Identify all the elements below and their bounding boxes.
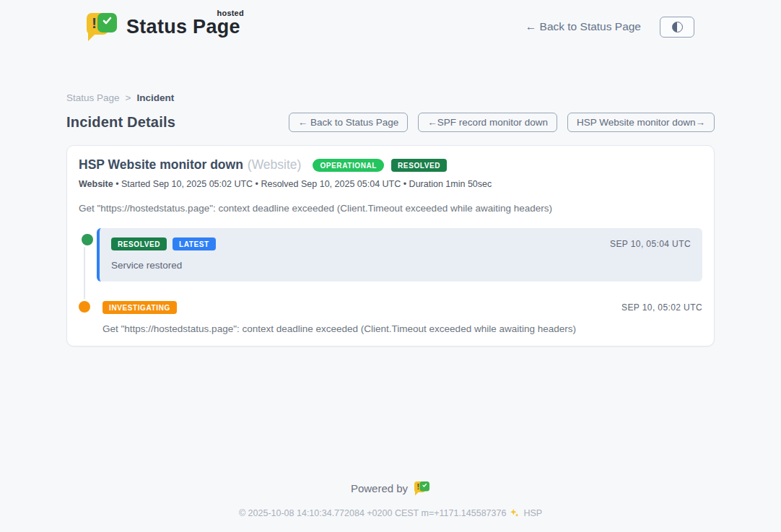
breadcrumb-incident: Incident bbox=[136, 92, 174, 103]
prev-incident-button[interactable]: ←SPF record monitor down bbox=[418, 113, 557, 132]
brand-superscript: hosted bbox=[217, 9, 244, 17]
timeline-dot-investigating bbox=[79, 301, 90, 313]
resolved-badge: RESOLVED bbox=[391, 159, 447, 172]
breadcrumb: Status Page > Incident bbox=[66, 92, 715, 103]
title-row: Incident Details ← Back to Status Page ←… bbox=[66, 113, 715, 132]
timeline-timestamp: SEP 10, 05:02 UTC bbox=[621, 302, 702, 313]
next-incident-button[interactable]: HSP Website monitor down→ bbox=[567, 113, 715, 132]
exclamation-glyph: ! bbox=[92, 14, 97, 32]
incident-service: Website bbox=[79, 179, 113, 189]
timeline-entry-head: INVESTIGATING SEP 10, 05:02 UTC bbox=[102, 301, 702, 314]
check-icon bbox=[102, 16, 113, 26]
header: ! Status Page hosted ← Back to Status Pa… bbox=[0, 0, 781, 42]
copyright-text: © 2025-10-08 14:10:34.772084 +0200 CEST … bbox=[239, 508, 507, 518]
breadcrumb-status-page[interactable]: Status Page bbox=[66, 92, 120, 103]
timeline-message: Service restored bbox=[111, 260, 691, 271]
incident-title-row: HSP Website monitor down (Website) OPERA… bbox=[79, 157, 702, 173]
timeline-dot-resolved bbox=[82, 234, 93, 245]
incident-meta-details: • Started Sep 10, 2025 05:02 UTC • Resol… bbox=[113, 179, 492, 189]
latest-badge: LATEST bbox=[173, 237, 216, 250]
timeline-entry-badges: RESOLVED LATEST bbox=[111, 237, 216, 250]
page-title: Incident Details bbox=[66, 114, 175, 131]
incident-card: HSP Website monitor down (Website) OPERA… bbox=[66, 145, 715, 346]
incident-title: HSP Website monitor down bbox=[79, 157, 243, 173]
resolved-status-badge: RESOLVED bbox=[111, 237, 167, 250]
timeline-entry-head: RESOLVED LATEST SEP 10, 05:04 UTC bbox=[111, 237, 691, 250]
breadcrumb-separator: > bbox=[126, 92, 131, 103]
operational-badge: OPERATIONAL bbox=[313, 159, 384, 172]
copyright-line: © 2025-10-08 14:10:34.772084 +0200 CEST … bbox=[0, 508, 781, 518]
incident-nav-buttons: ← Back to Status Page ←SPF record monito… bbox=[289, 113, 715, 132]
powered-by-label: Powered by bbox=[351, 482, 408, 494]
main-content: Status Page > Incident Incident Details … bbox=[66, 92, 715, 346]
incident-description: Get "https://hostedstatus.page": context… bbox=[79, 203, 702, 214]
header-back-link[interactable]: ← Back to Status Page bbox=[525, 20, 641, 33]
timeline-message: Get "https://hostedstatus.page": context… bbox=[102, 323, 702, 334]
theme-toggle-button[interactable] bbox=[660, 17, 694, 38]
timeline-entry-resolved: RESOLVED LATEST SEP 10, 05:04 UTC Servic… bbox=[97, 228, 702, 282]
incident-scope: (Website) bbox=[248, 157, 302, 173]
brand-logo[interactable]: ! Status Page hosted bbox=[87, 12, 240, 42]
investigating-status-badge: INVESTIGATING bbox=[102, 301, 177, 314]
header-actions: ← Back to Status Page bbox=[525, 17, 694, 38]
incident-meta: Website • Started Sep 10, 2025 05:02 UTC… bbox=[79, 179, 702, 189]
timeline-timestamp: SEP 10, 05:04 UTC bbox=[610, 239, 691, 249]
timeline-entry-investigating: INVESTIGATING SEP 10, 05:02 UTC Get "htt… bbox=[102, 301, 702, 334]
timeline-connector bbox=[84, 240, 85, 310]
incident-timeline: RESOLVED LATEST SEP 10, 05:04 UTC Servic… bbox=[79, 228, 702, 334]
contrast-icon bbox=[672, 22, 683, 32]
brand-name: Status Page hosted bbox=[126, 16, 240, 38]
powered-by-link[interactable]: Powered by ! bbox=[0, 481, 781, 496]
sparkles-icon bbox=[510, 508, 520, 518]
back-to-status-page-button[interactable]: ← Back to Status Page bbox=[289, 113, 409, 132]
status-page-logo-icon-small: ! bbox=[414, 481, 430, 496]
footer: Powered by ! © 2025-10-08 14:10:34.77208… bbox=[0, 481, 781, 518]
copyright-brand: HSP bbox=[523, 508, 542, 518]
status-page-logo-icon: ! bbox=[87, 12, 118, 42]
